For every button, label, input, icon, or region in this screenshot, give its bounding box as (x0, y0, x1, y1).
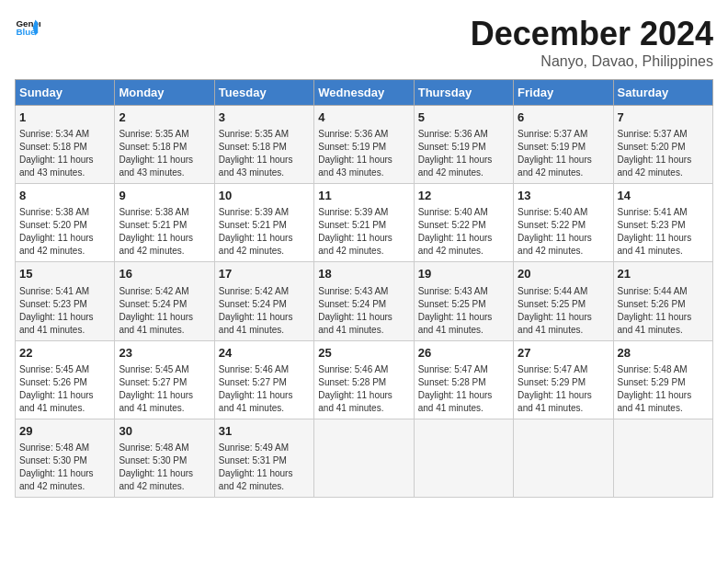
table-cell: 24Sunrise: 5:46 AM Sunset: 5:27 PM Dayli… (214, 340, 313, 419)
col-saturday: Saturday (613, 80, 712, 106)
day-info: Sunrise: 5:40 AM Sunset: 5:22 PM Dayligh… (418, 206, 509, 258)
location-title: Nanyo, Davao, Philippines (471, 53, 713, 70)
table-cell: 30Sunrise: 5:48 AM Sunset: 5:30 PM Dayli… (115, 419, 214, 497)
table-cell: 29Sunrise: 5:48 AM Sunset: 5:30 PM Dayli… (16, 419, 115, 497)
day-number: 19 (418, 266, 509, 282)
day-number: 7 (618, 109, 709, 126)
day-number: 30 (119, 423, 210, 440)
day-info: Sunrise: 5:47 AM Sunset: 5:28 PM Dayligh… (418, 363, 509, 415)
table-cell: 1Sunrise: 5:34 AM Sunset: 5:18 PM Daylig… (16, 106, 115, 184)
day-number: 3 (219, 109, 310, 126)
day-number: 27 (518, 345, 609, 362)
col-tuesday: Tuesday (214, 80, 313, 106)
day-number: 22 (19, 345, 110, 362)
calendar-table: Sunday Monday Tuesday Wednesday Thursday… (15, 79, 713, 498)
day-info: Sunrise: 5:49 AM Sunset: 5:31 PM Dayligh… (219, 442, 310, 493)
table-cell (613, 419, 712, 497)
table-cell: 10Sunrise: 5:39 AM Sunset: 5:21 PM Dayli… (214, 184, 313, 262)
day-number: 14 (618, 188, 709, 204)
table-cell: 21Sunrise: 5:44 AM Sunset: 5:26 PM Dayli… (613, 262, 712, 340)
day-info: Sunrise: 5:35 AM Sunset: 5:18 PM Dayligh… (119, 128, 210, 179)
day-number: 28 (618, 345, 709, 362)
day-number: 8 (19, 188, 110, 204)
day-info: Sunrise: 5:45 AM Sunset: 5:26 PM Dayligh… (19, 363, 110, 415)
day-info: Sunrise: 5:41 AM Sunset: 5:23 PM Dayligh… (19, 285, 110, 337)
day-info: Sunrise: 5:39 AM Sunset: 5:21 PM Dayligh… (219, 206, 310, 258)
day-info: Sunrise: 5:38 AM Sunset: 5:21 PM Dayligh… (119, 206, 210, 258)
day-info: Sunrise: 5:48 AM Sunset: 5:30 PM Dayligh… (119, 442, 210, 493)
table-cell: 28Sunrise: 5:48 AM Sunset: 5:29 PM Dayli… (613, 340, 712, 419)
table-cell: 27Sunrise: 5:47 AM Sunset: 5:29 PM Dayli… (514, 340, 613, 419)
table-cell: 12Sunrise: 5:40 AM Sunset: 5:22 PM Dayli… (414, 184, 513, 262)
day-number: 12 (418, 188, 509, 204)
logo: General Blue (15, 15, 40, 40)
day-number: 21 (618, 266, 709, 282)
day-info: Sunrise: 5:48 AM Sunset: 5:30 PM Dayligh… (19, 442, 110, 493)
table-cell: 9Sunrise: 5:38 AM Sunset: 5:21 PM Daylig… (115, 184, 214, 262)
table-row: 15Sunrise: 5:41 AM Sunset: 5:23 PM Dayli… (16, 262, 713, 340)
col-wednesday: Wednesday (314, 80, 414, 106)
day-number: 4 (318, 109, 409, 126)
table-cell (414, 419, 513, 497)
table-cell: 3Sunrise: 5:35 AM Sunset: 5:18 PM Daylig… (214, 106, 313, 184)
day-info: Sunrise: 5:42 AM Sunset: 5:24 PM Dayligh… (219, 285, 310, 337)
day-number: 16 (119, 266, 210, 282)
table-row: 29Sunrise: 5:48 AM Sunset: 5:30 PM Dayli… (16, 419, 713, 497)
table-cell: 13Sunrise: 5:40 AM Sunset: 5:22 PM Dayli… (514, 184, 613, 262)
day-info: Sunrise: 5:40 AM Sunset: 5:22 PM Dayligh… (518, 206, 609, 258)
day-info: Sunrise: 5:46 AM Sunset: 5:27 PM Dayligh… (219, 363, 310, 415)
table-cell: 26Sunrise: 5:47 AM Sunset: 5:28 PM Dayli… (414, 340, 513, 419)
day-info: Sunrise: 5:34 AM Sunset: 5:18 PM Dayligh… (19, 128, 110, 179)
day-info: Sunrise: 5:45 AM Sunset: 5:27 PM Dayligh… (119, 363, 210, 415)
day-info: Sunrise: 5:38 AM Sunset: 5:20 PM Dayligh… (19, 206, 110, 258)
header-row: Sunday Monday Tuesday Wednesday Thursday… (16, 80, 713, 106)
day-number: 18 (318, 266, 409, 282)
day-number: 17 (219, 266, 310, 282)
day-number: 23 (119, 345, 210, 362)
day-info: Sunrise: 5:43 AM Sunset: 5:24 PM Dayligh… (318, 285, 409, 337)
table-cell: 23Sunrise: 5:45 AM Sunset: 5:27 PM Dayli… (115, 340, 214, 419)
table-cell: 22Sunrise: 5:45 AM Sunset: 5:26 PM Dayli… (16, 340, 115, 419)
table-cell: 25Sunrise: 5:46 AM Sunset: 5:28 PM Dayli… (314, 340, 414, 419)
day-number: 25 (318, 345, 409, 362)
table-cell: 18Sunrise: 5:43 AM Sunset: 5:24 PM Dayli… (314, 262, 414, 340)
day-number: 9 (119, 188, 210, 204)
day-info: Sunrise: 5:37 AM Sunset: 5:20 PM Dayligh… (618, 128, 709, 179)
table-cell (514, 419, 613, 497)
day-number: 6 (518, 109, 609, 126)
day-number: 5 (418, 109, 509, 126)
day-info: Sunrise: 5:36 AM Sunset: 5:19 PM Dayligh… (318, 128, 409, 179)
day-number: 10 (219, 188, 310, 204)
month-title: December 2024 (471, 15, 713, 53)
table-cell: 16Sunrise: 5:42 AM Sunset: 5:24 PM Dayli… (115, 262, 214, 340)
col-sunday: Sunday (16, 80, 115, 106)
day-number: 1 (19, 109, 110, 126)
table-cell: 7Sunrise: 5:37 AM Sunset: 5:20 PM Daylig… (613, 106, 712, 184)
col-monday: Monday (115, 80, 214, 106)
day-info: Sunrise: 5:42 AM Sunset: 5:24 PM Dayligh… (119, 285, 210, 337)
day-info: Sunrise: 5:36 AM Sunset: 5:19 PM Dayligh… (418, 128, 509, 179)
table-cell: 8Sunrise: 5:38 AM Sunset: 5:20 PM Daylig… (16, 184, 115, 262)
day-info: Sunrise: 5:47 AM Sunset: 5:29 PM Dayligh… (518, 363, 609, 415)
table-cell: 15Sunrise: 5:41 AM Sunset: 5:23 PM Dayli… (16, 262, 115, 340)
page-header: General Blue December 2024 Nanyo, Davao,… (15, 15, 713, 70)
table-cell: 5Sunrise: 5:36 AM Sunset: 5:19 PM Daylig… (414, 106, 513, 184)
day-number: 13 (518, 188, 609, 204)
table-cell (314, 419, 414, 497)
table-cell: 20Sunrise: 5:44 AM Sunset: 5:25 PM Dayli… (514, 262, 613, 340)
day-number: 24 (219, 345, 310, 362)
table-cell: 2Sunrise: 5:35 AM Sunset: 5:18 PM Daylig… (115, 106, 214, 184)
table-cell: 11Sunrise: 5:39 AM Sunset: 5:21 PM Dayli… (314, 184, 414, 262)
day-number: 2 (119, 109, 210, 126)
table-row: 8Sunrise: 5:38 AM Sunset: 5:20 PM Daylig… (16, 184, 713, 262)
table-cell: 4Sunrise: 5:36 AM Sunset: 5:19 PM Daylig… (314, 106, 414, 184)
day-info: Sunrise: 5:37 AM Sunset: 5:19 PM Dayligh… (518, 128, 609, 179)
day-number: 20 (518, 266, 609, 282)
col-friday: Friday (514, 80, 613, 106)
table-cell: 6Sunrise: 5:37 AM Sunset: 5:19 PM Daylig… (514, 106, 613, 184)
svg-text:Blue: Blue (16, 27, 36, 37)
title-area: December 2024 Nanyo, Davao, Philippines (471, 15, 713, 70)
day-number: 11 (318, 188, 409, 204)
table-cell: 31Sunrise: 5:49 AM Sunset: 5:31 PM Dayli… (214, 419, 313, 497)
day-info: Sunrise: 5:35 AM Sunset: 5:18 PM Dayligh… (219, 128, 310, 179)
